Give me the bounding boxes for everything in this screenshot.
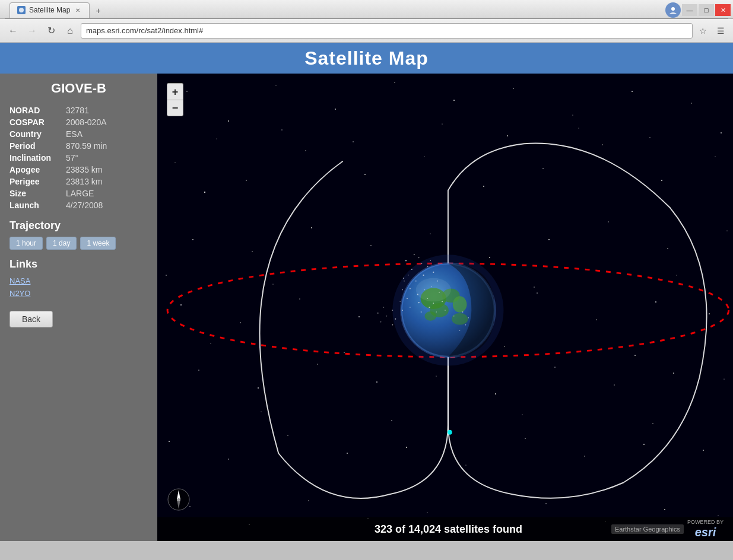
field-value: 2008-020A — [66, 116, 148, 128]
app-title: Satellite Map — [304, 47, 429, 69]
field-label: Perigee — [9, 176, 66, 187]
svg-point-174 — [465, 324, 467, 326]
svg-point-153 — [439, 292, 439, 293]
svg-point-1 — [671, 7, 675, 11]
tab-close-button[interactable]: ✕ — [74, 6, 82, 14]
browser-tab[interactable]: Satellite Map ✕ — [9, 2, 90, 18]
svg-point-152 — [402, 289, 403, 291]
bookmark-button[interactable]: ☆ — [695, 23, 710, 39]
nasa-link[interactable]: NASA — [9, 275, 148, 288]
back-button[interactable]: ← — [5, 23, 21, 39]
app-body: GIOVE-B NORAD 32781 COSPAR 2008-020A Cou… — [0, 74, 733, 541]
sidebar: GIOVE-B NORAD 32781 COSPAR 2008-020A Cou… — [0, 74, 157, 541]
reload-button[interactable]: ↻ — [43, 23, 59, 39]
svg-point-138 — [411, 269, 412, 270]
svg-point-168 — [377, 313, 379, 314]
svg-point-128 — [453, 296, 467, 313]
powered-by-label: POWERED BY — [687, 519, 724, 526]
svg-point-181 — [177, 498, 180, 501]
window-close-button[interactable]: ✕ — [715, 4, 731, 16]
field-label: Size — [9, 187, 66, 199]
svg-point-154 — [407, 298, 408, 299]
svg-point-134 — [448, 430, 452, 435]
earthstar-label: Earthstar Geographics — [611, 524, 684, 534]
map-area[interactable]: + − 323 of 14,024 satellites found Earth… — [157, 74, 733, 541]
svg-point-137 — [421, 263, 423, 264]
trajectory-1day-button[interactable]: 1 day — [46, 237, 77, 250]
links-section: NASA N2YO — [9, 275, 148, 300]
app-container: Satellite Map GIOVE-B NORAD 32781 COSPAR… — [0, 43, 733, 541]
svg-point-159 — [442, 301, 443, 302]
field-value: 23835 km — [66, 164, 148, 176]
profile-icon[interactable] — [665, 2, 681, 18]
svg-point-143 — [415, 281, 417, 282]
esri-logo: esri — [695, 526, 716, 539]
navigation-bar: ← → ↻ ⌂ ☆ ☰ — [0, 19, 733, 43]
trajectory-1week-button[interactable]: 1 week — [80, 237, 116, 250]
window-maximize-button[interactable]: □ — [699, 4, 714, 16]
zoom-in-button[interactable]: + — [167, 83, 183, 100]
svg-point-144 — [430, 260, 431, 261]
field-label: COSPAR — [9, 116, 66, 128]
svg-point-166 — [392, 310, 393, 311]
tab-favicon — [17, 6, 26, 14]
zoom-out-button[interactable]: − — [167, 100, 183, 116]
svg-point-165 — [445, 310, 446, 311]
field-label: Inclination — [9, 152, 66, 164]
compass — [167, 488, 191, 511]
app-header: Satellite Map — [0, 43, 733, 74]
svg-point-160 — [410, 307, 411, 308]
tab-title: Satellite Map — [29, 6, 70, 14]
browser-titlebar: Satellite Map ✕ + — □ ✕ — [0, 0, 733, 19]
field-value: 32781 — [66, 104, 148, 116]
svg-point-142 — [423, 275, 424, 276]
window-minimize-button[interactable]: — — [682, 4, 697, 16]
table-row: Size LARGE — [9, 187, 148, 199]
svg-point-162 — [421, 311, 422, 313]
new-tab-button[interactable]: + — [90, 4, 106, 18]
home-button[interactable]: ⌂ — [62, 23, 78, 39]
svg-point-146 — [404, 281, 405, 282]
field-value: LARGE — [66, 187, 148, 199]
svg-point-155 — [427, 298, 429, 299]
forward-button[interactable]: → — [24, 23, 40, 39]
field-label: Country — [9, 128, 66, 140]
table-row: Apogee 23835 km — [9, 164, 148, 176]
svg-point-151 — [431, 287, 433, 288]
satellite-count-text: 323 of 14,024 satellites found — [285, 523, 611, 536]
svg-point-163 — [436, 311, 437, 312]
zoom-controls: + − — [167, 83, 183, 116]
field-value: 870.59 min — [66, 140, 148, 152]
trajectory-1hour-button[interactable]: 1 hour — [9, 237, 43, 250]
svg-point-172 — [395, 319, 396, 320]
field-label: Period — [9, 140, 66, 152]
svg-point-164 — [402, 310, 403, 311]
esri-branding: Earthstar Geographics POWERED BY esri — [611, 519, 724, 539]
table-row: Perigee 23813 km — [9, 176, 148, 187]
links-section-label: Links — [9, 258, 148, 271]
svg-point-131 — [452, 313, 468, 325]
svg-point-135 — [405, 260, 407, 261]
svg-point-149 — [424, 289, 425, 290]
svg-point-161 — [429, 307, 430, 308]
table-row: COSPAR 2008-020A — [9, 116, 148, 128]
svg-point-156 — [418, 302, 419, 303]
orbit-svg — [157, 74, 733, 541]
field-value: 23813 km — [66, 176, 148, 187]
svg-point-177 — [380, 322, 382, 323]
address-bar[interactable] — [81, 23, 693, 39]
svg-point-136 — [414, 254, 415, 255]
svg-point-130 — [425, 311, 437, 321]
svg-point-167 — [383, 307, 384, 307]
trajectory-section-label: Trajectory — [9, 219, 148, 232]
menu-button[interactable]: ☰ — [713, 23, 728, 39]
svg-point-0 — [19, 8, 24, 12]
satellite-name: GIOVE-B — [9, 81, 148, 96]
svg-point-145 — [433, 272, 434, 273]
svg-point-158 — [399, 301, 400, 301]
n2yo-link[interactable]: N2YO — [9, 288, 148, 300]
back-button[interactable]: Back — [9, 311, 53, 327]
svg-point-175 — [459, 330, 460, 331]
trajectory-buttons-group: 1 hour 1 day 1 week — [9, 237, 148, 250]
svg-point-140 — [427, 266, 428, 267]
